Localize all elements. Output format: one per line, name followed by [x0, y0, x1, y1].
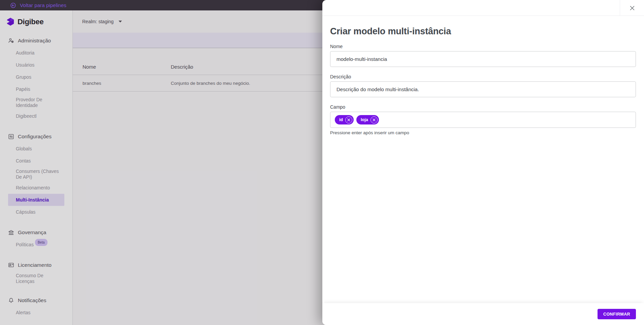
chip-label: id — [339, 117, 343, 122]
chip-close-icon — [373, 118, 376, 121]
modal-footer: CONFIRMAR — [322, 303, 644, 325]
descricao-field-label: Descrição — [330, 74, 636, 79]
nome-field-label: Nome — [330, 44, 636, 49]
chip-close-icon — [347, 118, 350, 121]
chip-label: loja — [361, 117, 368, 122]
modal-header — [322, 0, 644, 16]
modal-body: Criar modelo multi-instância Nome Descri… — [322, 16, 644, 135]
app-root: Voltar para pipelines Digibee Administra… — [0, 0, 644, 325]
chip-id: id — [335, 115, 354, 124]
campo-chips-input[interactable]: id loja — [330, 112, 636, 128]
campo-helper-text: Pressione enter após inserir um campo — [330, 130, 636, 135]
remove-chip-button[interactable] — [371, 116, 378, 123]
modal-title: Criar modelo multi-instância — [330, 26, 636, 37]
descricao-input[interactable] — [330, 81, 636, 97]
confirm-button[interactable]: CONFIRMAR — [598, 309, 636, 319]
nome-input[interactable] — [330, 51, 636, 67]
create-model-modal: Criar modelo multi-instância Nome Descri… — [322, 0, 644, 325]
campo-field-label: Campo — [330, 104, 636, 110]
close-icon — [630, 5, 635, 11]
close-button[interactable] — [620, 0, 644, 16]
chip-loja: loja — [356, 115, 379, 124]
remove-chip-button[interactable] — [345, 116, 352, 123]
